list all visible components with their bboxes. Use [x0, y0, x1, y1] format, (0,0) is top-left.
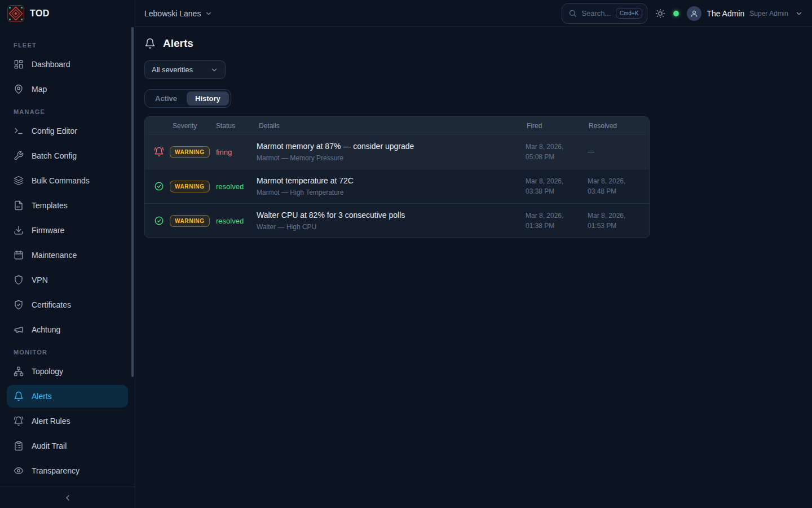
status-text: firing	[215, 148, 257, 156]
main-content: Alerts All severities Active History Sev…	[135, 27, 812, 508]
table-row[interactable]: WARNING resolved Walter CPU at 82% for 3…	[145, 203, 649, 238]
status-text: resolved	[215, 182, 257, 191]
megaphone-icon	[14, 325, 24, 335]
alert-subtitle: Walter — High CPU	[257, 223, 526, 231]
sidebar-item-label: Firmware	[32, 226, 64, 235]
sidebar-item-achtung[interactable]: Achtung	[7, 318, 128, 341]
user-menu[interactable]: The Admin Super Admin	[687, 6, 803, 21]
sidebar-item-topology[interactable]: Topology	[7, 360, 128, 383]
column-header-resolved: Resolved	[588, 122, 649, 130]
tab-active[interactable]: Active	[147, 91, 186, 106]
sidebar-item-label: Alerts	[32, 392, 52, 401]
map-pin-icon	[14, 84, 24, 94]
table-row[interactable]: WARNING resolved Marmot temperature at 7…	[145, 169, 649, 203]
topbar-right: Cmd+K The Admin Super Admin	[562, 3, 803, 24]
user-role-badge: Super Admin	[749, 10, 788, 17]
sidebar-item-label: Transparency	[32, 466, 80, 475]
sidebar-item-label: Certificates	[32, 300, 71, 309]
sidebar-item-firmware[interactable]: Firmware	[7, 219, 128, 242]
fired-timestamp: Mar 8, 2026, 01:38 PM	[526, 211, 588, 231]
column-header-status: Status	[215, 122, 257, 130]
search-box[interactable]: Cmd+K	[562, 3, 647, 24]
search-input[interactable]	[581, 9, 611, 17]
resolved-timestamp: —	[588, 147, 649, 157]
sidebar-item-label: Maintenance	[32, 251, 77, 260]
site-selector-label: Lebowski Lanes	[144, 9, 201, 18]
sidebar-item-label: Dashboard	[32, 60, 70, 69]
check-circle-icon	[145, 181, 170, 191]
avatar	[687, 6, 701, 21]
clipboard-list-icon	[14, 441, 24, 451]
theme-toggle-button[interactable]	[655, 8, 665, 19]
connection-status-dot	[673, 11, 679, 16]
check-circle-icon	[145, 216, 170, 226]
sidebar-item-alerts[interactable]: Alerts	[7, 385, 128, 408]
severity-filter-value: All severities	[152, 65, 193, 74]
brand-logo-icon	[7, 5, 24, 22]
column-header-details: Details	[257, 122, 526, 130]
alert-title: Walter CPU at 82% for 3 consecutive poll…	[257, 211, 526, 220]
bell-ring-icon	[14, 416, 24, 426]
alert-details: Marmot memory at 87% — consider upgrade …	[257, 142, 526, 162]
sidebar-item-alert-rules[interactable]: Alert Rules	[7, 410, 128, 432]
sidebar-item-vpn[interactable]: VPN	[7, 269, 128, 291]
sidebar-item-batch-config[interactable]: Batch Config	[7, 144, 128, 167]
sidebar-item-label: Config Editor	[32, 126, 77, 135]
chevron-down-icon	[210, 66, 218, 74]
bell-ring-icon	[145, 147, 170, 157]
chevron-left-icon	[63, 493, 72, 502]
file-icon	[14, 200, 24, 211]
bell-icon	[14, 391, 24, 401]
sidebar-item-maintenance[interactable]: Maintenance	[7, 244, 128, 266]
wrench-icon	[14, 151, 24, 161]
brand-name: TOD	[30, 8, 50, 19]
sidebar-item-dashboard[interactable]: Dashboard	[7, 53, 128, 76]
alert-title: Marmot memory at 87% — consider upgrade	[257, 142, 526, 151]
download-icon	[14, 225, 24, 235]
fired-timestamp: Mar 8, 2026, 03:38 PM	[526, 176, 588, 196]
sidebar-item-label: Map	[32, 85, 47, 94]
search-shortcut-badge: Cmd+K	[616, 8, 643, 19]
severity-filter-select[interactable]: All severities	[144, 60, 226, 79]
search-icon	[568, 9, 577, 17]
sidebar-item-bulk-commands[interactable]: Bulk Commands	[7, 169, 128, 192]
sidebar-footer	[0, 487, 135, 508]
sidebar-header: TOD	[0, 0, 135, 27]
alert-details: Walter CPU at 82% for 3 consecutive poll…	[257, 211, 526, 231]
fired-timestamp: Mar 8, 2026, 05:08 PM	[526, 142, 588, 162]
alert-details: Marmot temperature at 72C Marmot — High …	[257, 176, 526, 196]
alerts-table: Severity Status Details Fired Resolved W…	[144, 116, 650, 238]
sidebar-item-certificates[interactable]: Certificates	[7, 294, 128, 316]
sidebar-item-label: Topology	[32, 367, 63, 376]
sidebar-item-config-editor[interactable]: Config Editor	[7, 120, 128, 142]
resolved-timestamp: Mar 8, 2026, 01:53 PM	[588, 211, 649, 231]
sidebar-item-transparency[interactable]: Transparency	[7, 459, 128, 482]
sidebar: TOD FLEET Dashboard Map MANAGE Config Ed…	[0, 0, 135, 508]
user-icon	[690, 10, 698, 17]
severity-badge: WARNING	[170, 146, 210, 158]
layers-icon	[14, 176, 24, 186]
shield-check-icon	[14, 300, 24, 310]
table-row[interactable]: WARNING firing Marmot memory at 87% — co…	[145, 134, 649, 169]
shield-icon	[14, 275, 24, 285]
severity-badge: WARNING	[170, 181, 210, 192]
page-title-row: Alerts	[144, 37, 803, 50]
alert-title: Marmot temperature at 72C	[257, 176, 526, 185]
dashboard-icon	[14, 59, 24, 69]
bell-icon	[144, 38, 156, 49]
sidebar-section-manage: MANAGE	[14, 108, 121, 115]
sidebar-item-templates[interactable]: Templates	[7, 194, 128, 217]
sidebar-item-map[interactable]: Map	[7, 78, 128, 100]
sidebar-collapse-button[interactable]	[61, 491, 74, 505]
topbar: Lebowski Lanes Cmd+K The Admin	[135, 0, 812, 27]
sidebar-scrollbar[interactable]	[131, 27, 134, 377]
sidebar-item-audit-trail[interactable]: Audit Trail	[7, 435, 128, 457]
alerts-table-header: Severity Status Details Fired Resolved	[145, 117, 649, 134]
chevron-down-icon	[205, 10, 213, 17]
column-header-fired: Fired	[526, 122, 588, 130]
alert-subtitle: Marmot — Memory Pressure	[257, 154, 526, 162]
terminal-icon	[14, 126, 24, 136]
site-selector[interactable]: Lebowski Lanes	[144, 9, 213, 18]
sidebar-item-label: Alert Rules	[32, 417, 70, 426]
tab-history[interactable]: History	[187, 91, 229, 106]
